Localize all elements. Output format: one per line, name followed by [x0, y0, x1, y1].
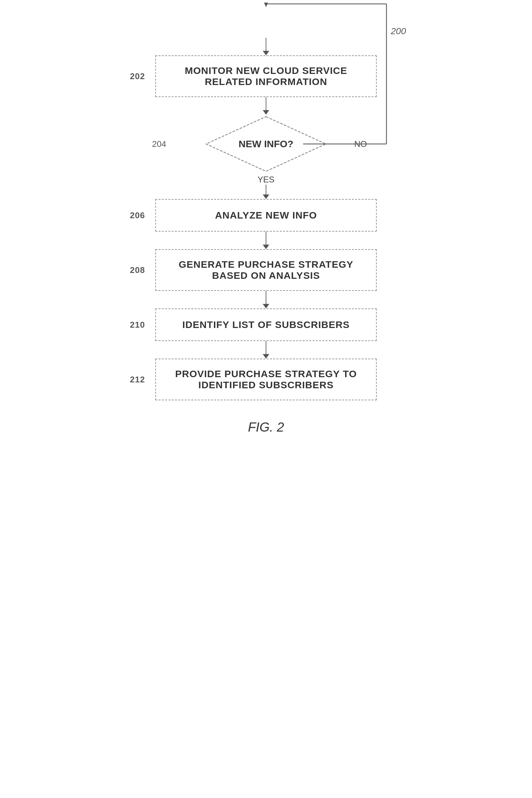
box-206: 206 ANALYZE NEW INFO — [155, 199, 377, 231]
node-210: 210 IDENTIFY LIST OF SUBSCRIBERS — [119, 309, 413, 359]
text-210: IDENTIFY LIST OF SUBSCRIBERS — [182, 319, 350, 330]
label-212: 212 — [130, 375, 145, 385]
yes-branch: YES — [258, 173, 274, 199]
text-206: ANALYZE NEW INFO — [215, 210, 317, 221]
label-204: 204 — [152, 139, 166, 149]
node-212: 212 PROVIDE PURCHASE STRATEGY TOIDENTIFI… — [119, 359, 413, 400]
text-202: MONITOR NEW CLOUD SERVICERELATED INFORMA… — [185, 65, 347, 87]
node-204-wrapper: 204 NEW INFO? NO YES — [119, 115, 413, 199]
node-202: 202 MONITOR NEW CLOUD SERVICERELATED INF… — [119, 55, 413, 115]
node-206: 206 ANALYZE NEW INFO — [119, 199, 413, 249]
label-202: 202 — [130, 71, 145, 81]
svg-marker-4 — [264, 3, 268, 7]
diamond-204: 204 NEW INFO? NO — [204, 115, 328, 173]
diagram-container: 200 202 MONITOR NEW CLOUD SERVICERELATED… — [119, 26, 413, 434]
fig-label: FIG. 2 — [248, 420, 284, 434]
label-210: 210 — [130, 320, 145, 330]
label-208: 208 — [130, 265, 145, 275]
no-label: NO — [354, 139, 367, 149]
box-202: 202 MONITOR NEW CLOUD SERVICERELATED INF… — [155, 55, 377, 97]
initial-arrow — [263, 38, 269, 55]
node-208: 208 GENERATE PURCHASE STRATEGYBASED ON A… — [119, 249, 413, 309]
label-206: 206 — [130, 210, 145, 221]
page: 200 202 MONITOR NEW CLOUD SERVICERELATED… — [0, 0, 532, 798]
text-208: GENERATE PURCHASE STRATEGYBASED ON ANALY… — [179, 259, 354, 281]
text-212: PROVIDE PURCHASE STRATEGY TOIDENTIFIED S… — [175, 368, 357, 391]
box-208: 208 GENERATE PURCHASE STRATEGYBASED ON A… — [155, 249, 377, 291]
yes-label: YES — [258, 174, 274, 185]
box-212: 212 PROVIDE PURCHASE STRATEGY TOIDENTIFI… — [155, 359, 377, 400]
box-210: 210 IDENTIFY LIST OF SUBSCRIBERS — [155, 309, 377, 341]
diagram-number: 200 — [391, 26, 406, 36]
text-204: NEW INFO? — [239, 138, 293, 149]
